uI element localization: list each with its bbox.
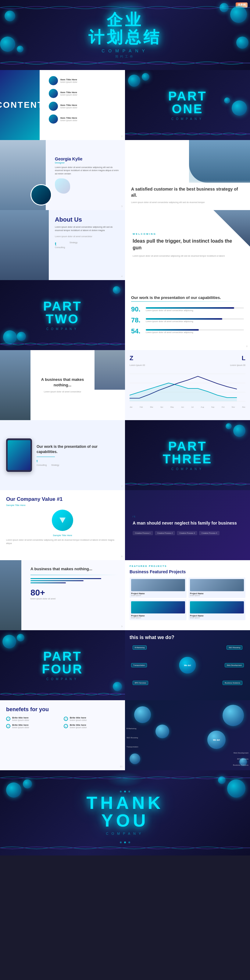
biz2-bar-3 — [30, 582, 66, 583]
p4-wave — [0, 691, 125, 697]
stat-bar-fill-3 — [146, 329, 199, 331]
month-nov: Nov — [232, 406, 235, 408]
part-one-text: PART ONE COMPANY — [168, 90, 207, 121]
content-circle-1 — [49, 76, 58, 85]
benefit-sub-4: lorem ipsum dolor — [70, 726, 87, 729]
benefit-sub-2: lorem ipsum dolor — [70, 719, 87, 721]
thank-dot-2 — [124, 791, 126, 792]
biz2-img — [0, 560, 21, 630]
profile-image-area — [0, 140, 46, 210]
main-title-cn: 企业 计划总结 — [88, 11, 162, 46]
stat-row-3: 54. Lorem ipsum dolor sit amet consectet… — [131, 327, 244, 335]
vis-bubble-3 — [155, 725, 169, 738]
quote-small: Lorem ipsum dolor sit amet consectetur a… — [131, 201, 244, 204]
stats-divider — [131, 301, 244, 302]
stat-bar-fill-1 — [146, 307, 234, 309]
whatwedo-center-label: We do! — [184, 664, 191, 667]
p2-bubble-3 — [113, 286, 120, 294]
row-10: benefets for you ✓ Brite title here lore… — [0, 700, 250, 770]
stat-num-3: 54. — [131, 327, 143, 335]
benefit-label-1: Brite title here — [12, 716, 29, 719]
bubble-left-top — [5, 11, 15, 21]
value-circle-area — [6, 510, 119, 531]
slide-part-four: PART FOUR COMPANY — [0, 630, 125, 700]
profile-circle-overlay — [30, 184, 52, 205]
feat-item-title-4: Project Name — [190, 615, 244, 617]
profile-content: Georgia Kylie Designer Lorem ipsum dolor… — [46, 152, 125, 199]
month-oct: Oct — [222, 406, 224, 408]
thank-text-block: THANK YOU COMPANY — [87, 791, 164, 835]
benefit-text-3: Brite title here lorem ipsum dolor — [12, 724, 29, 729]
chart-col-sub-2: Lorem Ipsum 00 — [230, 364, 245, 366]
profile-bio: Lorem ipsum dolor sit amet consectetur a… — [55, 166, 120, 176]
content-item-label-4: Item Title Here — [60, 116, 77, 119]
stats-slide-title: Our work is the presentation of our capa… — [131, 295, 244, 300]
benefit-item-1: ✓ Brite title here lorem ipsum dolor — [6, 716, 61, 721]
feat-img-4 — [190, 601, 244, 614]
benefit-label-4: Brite title here — [70, 724, 87, 726]
slide-benefits: benefets for you ✓ Brite title here lore… — [0, 700, 125, 770]
stat-label-1: Consulting — [55, 246, 65, 248]
part-two-two: TWO — [43, 313, 82, 325]
value-triangle-icon — [59, 517, 66, 523]
slide-whatwedo: this is what we do? We do! B-Marketing S… — [125, 630, 250, 700]
part-two-part: PART — [43, 300, 82, 313]
biz2-content: A business that makes nothing... 80+ lor… — [30, 566, 119, 600]
vis-bubble-center-label: We do! — [213, 739, 220, 741]
content-bg-bar: CONTENT — [0, 70, 40, 140]
quote-image — [189, 140, 250, 183]
tablet-item-1: Consulting — [37, 464, 46, 466]
biz1-content: A business that makes nothing... Lorem i… — [34, 377, 91, 394]
p1-bubble-2 — [142, 73, 149, 81]
chart-label-l: L — [242, 355, 245, 362]
dna-wave-bottom — [0, 59, 250, 67]
content-item-label-1: Item Title Here — [60, 78, 77, 81]
stat-row-1: 90. Lorem ipsum dolor sit amet consectet… — [131, 305, 244, 313]
chart-sub-labels: Lorem Ipsum 00 Lorem Ipsum 00 — [130, 364, 245, 366]
biz2-sub: lorem ipsum dolor sit amet — [30, 598, 119, 600]
part-one-one: ONE — [168, 103, 207, 115]
chart-label-z: Z — [130, 355, 133, 362]
benefit-sub-1: lorem ipsum dolor — [12, 719, 29, 721]
quote-img-overlay — [189, 140, 250, 183]
vis-label-1: B-Marketing — [127, 728, 136, 729]
whatwedo-item-6: Business Solutions — [223, 681, 242, 685]
p1-bubble-4 — [224, 97, 230, 103]
biz1-img-right — [95, 350, 125, 390]
title-block: 企业 计划总结 COMPANY 简约工作 — [88, 11, 162, 59]
whatwedo-title: this is what we do? — [130, 635, 245, 640]
row-5: A business that makes nothing... Lorem i… — [0, 350, 250, 420]
tablet-item-2: Strategy — [51, 464, 59, 466]
stat-bar-area-1: Lorem ipsum dolor sit amet consectetur a… — [146, 307, 244, 312]
main-subtitle: 简约工作 — [88, 54, 162, 59]
quote-text: A satisfied customer is the best busines… — [131, 186, 244, 198]
content-circle-3 — [49, 102, 58, 111]
whatwedo-item-5: BPO Services — [133, 681, 148, 685]
part-three-company: COMPANY — [163, 467, 212, 471]
thank-dot-1 — [120, 791, 122, 792]
thank-bubble-right — [227, 780, 245, 798]
stat-label-2: Strategy — [69, 242, 77, 243]
slide-part-two: PART TWO COMPANY — [0, 280, 125, 350]
tablet-items: Consulting Strategy — [37, 464, 119, 466]
about-stat-2: Strategy — [69, 242, 77, 248]
benefit-check-2: ✓ — [64, 717, 68, 721]
row-3: About Us Lorem ipsum dolor sit amet cons… — [0, 210, 250, 280]
p3-bubble-2 — [226, 423, 232, 429]
family-num-1: / 1 — [133, 515, 242, 518]
stat-desc-2: Lorem ipsum dolor sit amet consectetur a… — [146, 320, 244, 322]
benefits-title: benefets for you — [6, 706, 119, 713]
biz1-img-left — [0, 350, 30, 420]
stat-bar-bg-2 — [146, 318, 244, 320]
part-two-company: COMPANY — [43, 327, 82, 331]
benefit-label-3: Brite title here — [12, 724, 29, 726]
month-aug: Aug — [200, 406, 204, 408]
whatwedo-center-bubble: We do! — [179, 657, 196, 674]
bubble-right-top — [230, 6, 247, 23]
month-feb: Feb — [139, 406, 143, 408]
slide-title: 演界网 企业 计划总结 COMPANY 简约工作 — [0, 0, 250, 70]
thank-wave-top — [0, 775, 250, 781]
slide-about-us: About Us Lorem ipsum dolor sit amet cons… — [0, 210, 125, 280]
about-sub-text: Lorem ipsum dolor sit amet consectetur — [55, 235, 119, 239]
value-name: Sample Title Here — [6, 504, 119, 507]
